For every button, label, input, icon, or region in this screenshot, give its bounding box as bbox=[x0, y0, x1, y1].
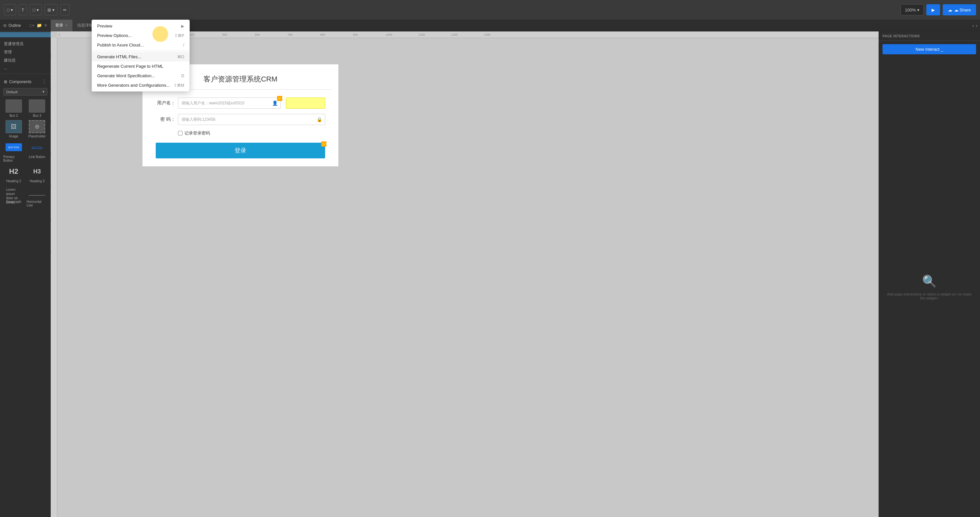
new-interaction-button[interactable]: New Interact _ bbox=[883, 44, 976, 54]
toolbar-layers-btn[interactable]: ⊞ ▾ bbox=[45, 4, 57, 15]
menu-item-regenerate[interactable]: Regenerate Current Page to HTML bbox=[92, 62, 189, 71]
box2-preview bbox=[6, 99, 22, 113]
image-label: Image bbox=[9, 135, 18, 138]
outline-add-page-icon[interactable]: □+ bbox=[30, 23, 35, 28]
box3-preview bbox=[29, 99, 45, 113]
component-h2[interactable]: H2 Heading 2 bbox=[3, 165, 24, 183]
ruler-label-700: 700 bbox=[288, 33, 293, 36]
interactions-empty-message: Add page interactions or select a widget… bbox=[885, 292, 974, 300]
layers-icon: ⊞ bbox=[48, 8, 51, 13]
ruler-label-1000: 1000 bbox=[386, 33, 392, 36]
login-button[interactable]: 登录 bbox=[156, 143, 325, 158]
tree-item-more[interactable]: ... bbox=[0, 64, 51, 72]
horizontal-line-label: Horizontal Line bbox=[27, 200, 48, 207]
component-image[interactable]: 🖼 Image bbox=[3, 120, 24, 138]
main-toolbar: □ ▾ T □ ▾ ⊞ ▾ ✏ 100% ▾ ▶ ☁ ☁ Share bbox=[0, 0, 980, 20]
tab-nav-forward[interactable]: › bbox=[976, 23, 977, 28]
components-dropdown[interactable]: Default ▾ bbox=[3, 88, 48, 95]
ruler-label-left-100: 100 bbox=[51, 54, 52, 58]
components-panel: ⊞ Components ⋮ Default ▾ Box 2 Box 3 🖼 I… bbox=[0, 74, 51, 517]
remember-row: 记录登录密码 bbox=[178, 130, 325, 136]
tab-bar: 登录 ✕ 信息详细 ✕ 入详情 ✕ ‹ › bbox=[51, 20, 980, 32]
tab-login-close[interactable]: ✕ bbox=[65, 24, 68, 27]
tab-login-label: 登录 bbox=[55, 22, 63, 28]
tab-info-label: 信息详细 bbox=[77, 22, 93, 28]
ruler-label-1100: 1100 bbox=[418, 33, 425, 36]
placeholder-preview: ⊕ bbox=[29, 120, 45, 133]
menu-item-generate-word[interactable]: Generate Word Specification... D bbox=[92, 71, 189, 81]
menu-preview-arrow: ▶ bbox=[181, 24, 184, 29]
component-placeholder[interactable]: ⊕ Placeholder bbox=[27, 120, 48, 138]
pen-icon: ✏ bbox=[63, 8, 67, 13]
paragraph-wrapper: Lorem ipsum dolor sit amet... bbox=[6, 186, 22, 199]
h2-preview: H2 bbox=[9, 167, 18, 176]
h3-preview: H3 bbox=[33, 168, 41, 175]
ruler-label-left-500: 500 bbox=[51, 185, 52, 189]
menu-preview-options-shortcut: ⇧⌘P bbox=[174, 33, 184, 38]
component-box3[interactable]: Box 3 bbox=[27, 99, 48, 118]
outline-icon: ⊙ bbox=[3, 23, 6, 28]
ruler-label-left-200: 200 bbox=[51, 86, 52, 91]
paragraph-label: Paragraph bbox=[6, 200, 21, 204]
component-paragraph[interactable]: Lorem ipsum dolor sit amet... Paragraph bbox=[3, 186, 24, 207]
h2-label: Heading 2 bbox=[6, 179, 21, 183]
component-link-button[interactable]: BUTTON Link Button bbox=[27, 141, 48, 162]
component-grid: Box 2 Box 3 🖼 Image ⊕ Placeholder BUTTON… bbox=[0, 97, 51, 210]
component-primary-button[interactable]: BUTTON Primary Button bbox=[3, 141, 24, 162]
password-row: 密 码： 请输入密码:123456 🔒 bbox=[156, 114, 325, 125]
h3-wrapper: H3 bbox=[29, 165, 45, 178]
tree-item-manager[interactable]: 普通管理员 bbox=[0, 40, 51, 48]
tree-item-manage[interactable]: 管理 bbox=[0, 48, 51, 56]
menu-item-preview-options[interactable]: Preview Options... ⇧⌘P bbox=[92, 31, 189, 40]
toolbar-shape-btn[interactable]: □ ▾ bbox=[30, 4, 42, 15]
tree-item-build-info[interactable]: 建信息 bbox=[0, 56, 51, 64]
username-label: 用户名： bbox=[156, 100, 175, 106]
component-horizontal-line[interactable]: Horizontal Line bbox=[27, 186, 48, 207]
components-dropdown-label: Default bbox=[6, 90, 18, 94]
ruler-label-1200: 1200 bbox=[451, 33, 458, 36]
outline-close-icon[interactable]: ✕ bbox=[44, 23, 48, 28]
left-sidebar: ⊙ Outline □+ 📁 ✕ 普通管理员 管理 建信息 ... ⊞ Comp… bbox=[0, 20, 51, 517]
page-interactions-header: PAGE INTERACTIONS bbox=[878, 32, 980, 41]
page-highlight bbox=[0, 32, 51, 37]
zoom-control[interactable]: 100% ▾ bbox=[900, 4, 923, 15]
placeholder-label: Placeholder bbox=[29, 135, 46, 138]
remember-label: 记录登录密码 bbox=[185, 130, 210, 136]
ruler-left: 100 200 300 400 500 600 700 bbox=[51, 38, 57, 517]
outline-add-group-icon[interactable]: 📁 bbox=[37, 23, 42, 28]
toolbar-text-btn[interactable]: T bbox=[19, 4, 27, 15]
ruler-label-900: 900 bbox=[353, 33, 358, 36]
ruler-label-left-300: 300 bbox=[51, 119, 52, 123]
menu-item-preview[interactable]: Preview ▶ bbox=[92, 21, 189, 31]
username-input[interactable]: 请输入用户名：wwm2015或xxf2015 👤 ⚡ bbox=[178, 97, 281, 109]
menu-item-publish[interactable]: Publish to Axure Cloud... / bbox=[92, 40, 189, 50]
ruler-label-500: 500 bbox=[222, 33, 227, 36]
menu-generate-word-label: Generate Word Specification... bbox=[97, 73, 155, 78]
ruler-label-400: 400 bbox=[189, 33, 194, 36]
toolbar-frame-btn[interactable]: □ ▾ bbox=[4, 4, 16, 15]
frame-icon: □ bbox=[7, 8, 10, 13]
toolbar-pen-btn[interactable]: ✏ bbox=[60, 4, 70, 15]
menu-generate-html-shortcut: ⌘O bbox=[177, 55, 184, 59]
play-button[interactable]: ▶ bbox=[926, 4, 940, 15]
components-menu-btn[interactable]: ⋮ bbox=[41, 78, 47, 85]
ruler-label-0: 0 bbox=[59, 33, 60, 36]
password-input[interactable]: 请输入密码:123456 🔒 bbox=[178, 114, 325, 125]
right-panel: ⚡ Interactions 📄 Note PAGE INTERACTIONS … bbox=[878, 20, 980, 517]
primary-btn-label: Primary Button bbox=[3, 155, 24, 162]
dropdown-menu: Preview ▶ Preview Options... ⇧⌘P Publish… bbox=[92, 20, 190, 92]
ruler-label-left-700: 700 bbox=[51, 250, 52, 254]
components-label: Components bbox=[9, 80, 32, 84]
share-button[interactable]: ☁ ☁ Share bbox=[943, 4, 976, 15]
menu-item-more-generators[interactable]: More Generators and Configurations... ⇧⌘… bbox=[92, 81, 189, 90]
remember-checkbox[interactable] bbox=[178, 131, 183, 135]
ruler-label-left-600: 600 bbox=[51, 217, 52, 221]
menu-item-generate-html[interactable]: Generate HTML Files... ⌘O bbox=[92, 52, 189, 62]
primary-btn-preview: BUTTON bbox=[6, 143, 22, 151]
share-icon: ☁ bbox=[948, 8, 952, 13]
tab-login[interactable]: 登录 ✕ bbox=[51, 20, 73, 32]
component-h3[interactable]: H3 Heading 3 bbox=[27, 165, 48, 183]
outline-header: ⊙ Outline □+ 📁 ✕ bbox=[0, 20, 51, 32]
component-box2[interactable]: Box 2 bbox=[3, 99, 24, 118]
tab-nav-back[interactable]: ‹ bbox=[972, 23, 974, 28]
